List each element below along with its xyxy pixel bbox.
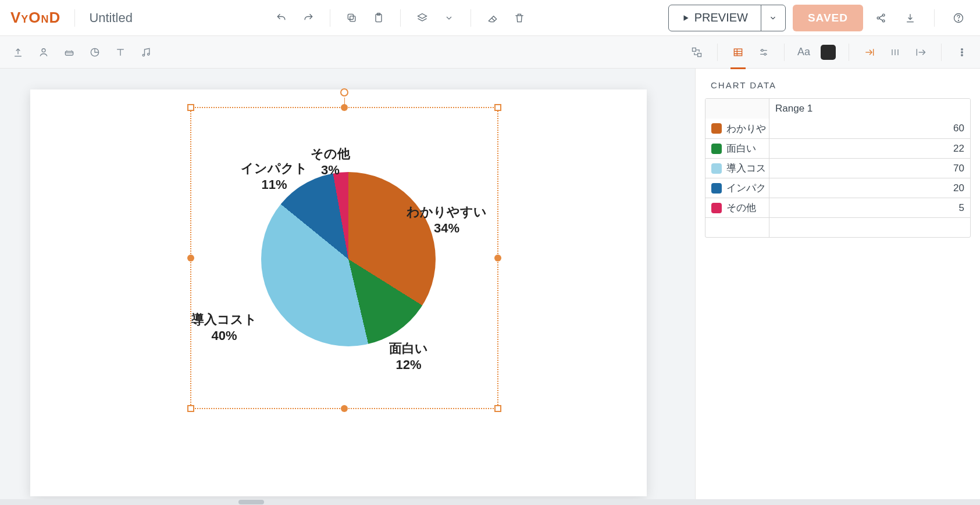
- undo-button[interactable]: [270, 7, 293, 29]
- svg-point-21: [961, 54, 963, 56]
- replace-icon: [691, 46, 703, 58]
- character-button[interactable]: [33, 41, 55, 63]
- scrollbar[interactable]: [0, 499, 695, 505]
- svg-point-4: [877, 17, 879, 19]
- svg-point-12: [142, 54, 144, 56]
- header-range[interactable]: Range 1: [769, 99, 970, 119]
- row-label: その他: [726, 201, 756, 214]
- font-aa-icon: Aa: [797, 46, 810, 58]
- erase-button[interactable]: [482, 7, 504, 29]
- enter-arrow-icon: [864, 46, 875, 58]
- layers-caret[interactable]: [438, 7, 460, 29]
- svg-point-20: [961, 51, 963, 53]
- table-row[interactable]: 面白い22: [705, 138, 970, 158]
- selection-box[interactable]: わかりやすい34% 面白い12% 導入コスト40% インパクト11% その他3%: [190, 107, 498, 409]
- divider: [717, 44, 718, 61]
- exit-effect-button[interactable]: [910, 41, 932, 63]
- svg-rect-14: [692, 48, 696, 51]
- motion-path-button[interactable]: [884, 41, 906, 63]
- user-icon: [38, 46, 49, 58]
- svg-point-18: [764, 53, 766, 55]
- prop-button[interactable]: [58, 41, 80, 63]
- help-button[interactable]: [947, 7, 970, 29]
- row-label-cell[interactable]: その他: [705, 198, 769, 217]
- table-row-empty[interactable]: [705, 217, 970, 237]
- row-label-cell[interactable]: インパク: [705, 178, 769, 198]
- erase-icon: [487, 12, 498, 24]
- layers-button[interactable]: [411, 7, 433, 29]
- divider: [400, 9, 401, 27]
- tab-settings[interactable]: [753, 41, 775, 63]
- audio-button[interactable]: [135, 41, 157, 63]
- row-label: わかりや: [726, 122, 766, 135]
- exit-arrow-icon: [915, 46, 926, 58]
- table-row[interactable]: 導入コス70: [705, 158, 970, 178]
- table-row[interactable]: わかりや60: [705, 119, 970, 138]
- redo-icon: [302, 12, 314, 24]
- color-button[interactable]: [817, 41, 839, 63]
- chart-data-table[interactable]: Range 1 わかりや60面白い22導入コス70インパク20その他5: [705, 98, 971, 238]
- table-row[interactable]: インパク20: [705, 178, 970, 198]
- document-title[interactable]: Untitled: [89, 10, 133, 26]
- row-value-cell[interactable]: 70: [769, 159, 970, 178]
- row-value-cell[interactable]: 60: [769, 119, 970, 138]
- divider: [330, 9, 330, 27]
- motion-path-icon: [889, 46, 901, 58]
- chart-button[interactable]: [84, 41, 106, 63]
- upload-asset-button[interactable]: [7, 41, 29, 63]
- svg-point-13: [148, 53, 149, 55]
- row-label-cell[interactable]: わかりや: [705, 119, 769, 138]
- paste-button[interactable]: [368, 7, 390, 29]
- share-button[interactable]: [870, 7, 892, 29]
- svg-point-8: [958, 20, 959, 20]
- sliders-icon: [758, 46, 769, 58]
- tab-data[interactable]: [727, 41, 749, 63]
- download-icon: [904, 12, 916, 24]
- preview-button-group: PREVIEW: [668, 5, 786, 31]
- color-swatch-icon: [711, 123, 722, 134]
- svg-point-17: [761, 49, 763, 51]
- svg-rect-10: [65, 51, 73, 55]
- replace-button[interactable]: [686, 41, 708, 63]
- divider: [849, 44, 849, 61]
- preview-caret[interactable]: [761, 5, 785, 31]
- asset-toolbar: Aa: [0, 36, 980, 69]
- pie-graphic: [261, 172, 436, 346]
- row-label-cell[interactable]: 面白い: [705, 139, 769, 158]
- color-swatch-icon: [711, 163, 722, 174]
- saved-indicator: SAVED: [793, 5, 863, 31]
- row-value-cell[interactable]: 22: [769, 139, 970, 158]
- properties-panel: CHART DATA Range 1 わかりや60面白い22導入コス70インパク…: [695, 69, 980, 505]
- row-label-cell[interactable]: 導入コス: [705, 159, 769, 178]
- color-swatch-icon: [711, 183, 722, 194]
- delete-button[interactable]: [508, 7, 530, 29]
- table-row[interactable]: その他5: [705, 198, 970, 217]
- slice-label-4: その他3%: [311, 146, 350, 178]
- svg-rect-1: [348, 14, 353, 19]
- svg-rect-15: [698, 53, 701, 56]
- enter-effect-button[interactable]: [858, 41, 881, 63]
- font-button[interactable]: Aa: [794, 41, 814, 63]
- right-toolbar: PREVIEW SAVED: [668, 5, 970, 31]
- undo-icon: [276, 12, 287, 24]
- prop-icon: [63, 46, 75, 58]
- text-button[interactable]: [109, 41, 131, 63]
- preview-button[interactable]: PREVIEW: [669, 5, 761, 31]
- download-button[interactable]: [899, 7, 921, 29]
- row-value-cell[interactable]: 5: [769, 198, 970, 217]
- chevron-down-icon: [769, 14, 777, 22]
- canvas-area[interactable]: わかりやすい34% 面白い12% 導入コスト40% インパクト11% その他3%: [0, 69, 695, 505]
- redo-button[interactable]: [297, 7, 319, 29]
- row-value-cell[interactable]: 20: [769, 178, 970, 198]
- pie-chart[interactable]: わかりやすい34% 面白い12% 導入コスト40% インパクト11% その他3%: [191, 108, 497, 408]
- share-icon: [875, 12, 887, 24]
- top-bar: VYOND Untitled: [0, 0, 980, 36]
- slide[interactable]: わかりやすい34% 面白い12% 導入コスト40% インパクト11% その他3%: [30, 89, 647, 496]
- trash-icon: [514, 12, 525, 24]
- rotate-handle[interactable]: [340, 88, 348, 96]
- copy-button[interactable]: [341, 7, 363, 29]
- slice-label-1: 面白い12%: [389, 341, 428, 373]
- svg-point-19: [961, 48, 963, 50]
- header-empty: [705, 99, 769, 119]
- more-button[interactable]: [951, 41, 973, 63]
